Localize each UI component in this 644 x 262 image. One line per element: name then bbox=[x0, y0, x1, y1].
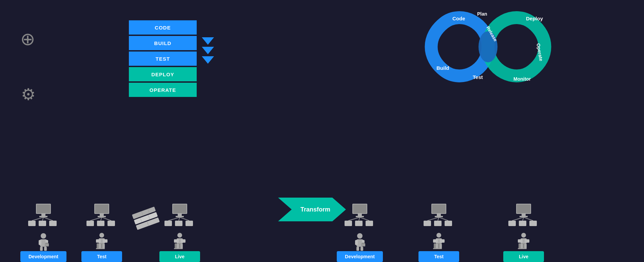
svg-rect-21 bbox=[39, 240, 41, 245]
svg-text:Deploy: Deploy bbox=[526, 16, 543, 21]
svg-rect-92 bbox=[435, 216, 443, 217]
svg-rect-58 bbox=[175, 221, 182, 226]
svg-rect-39 bbox=[96, 239, 101, 243]
network-icon-right-test bbox=[422, 202, 456, 233]
pipeline-item-operate: OPERATE bbox=[129, 83, 197, 97]
svg-rect-105 bbox=[436, 244, 438, 248]
svg-text:Test: Test bbox=[473, 74, 483, 80]
svg-rect-108 bbox=[517, 204, 530, 213]
transform-arrow: Transform bbox=[278, 198, 346, 221]
globe-icon: ⊕ bbox=[20, 29, 35, 49]
svg-rect-59 bbox=[186, 221, 193, 226]
pipeline-item-test: TEST bbox=[129, 52, 197, 66]
svg-rect-69 bbox=[177, 244, 179, 248]
svg-point-81 bbox=[357, 233, 363, 239]
transform-label: Transform bbox=[300, 206, 330, 213]
network-icon-left-test bbox=[85, 202, 119, 233]
svg-rect-13 bbox=[28, 221, 36, 226]
svg-rect-83 bbox=[355, 240, 358, 245]
env-group-left-dev: Development bbox=[20, 202, 66, 262]
svg-rect-93 bbox=[424, 221, 431, 226]
svg-rect-44 bbox=[102, 244, 105, 248]
pipeline-item-build: BUILD bbox=[129, 36, 197, 50]
svg-rect-66 bbox=[181, 239, 186, 243]
env-label-left-dev: Development bbox=[20, 251, 66, 262]
svg-rect-32 bbox=[97, 221, 104, 226]
svg-rect-65 bbox=[174, 239, 179, 243]
person-icon-left-live bbox=[171, 233, 188, 251]
svg-rect-11 bbox=[41, 214, 45, 216]
svg-rect-95 bbox=[445, 221, 452, 226]
pipeline-item-deploy: DEPLOY bbox=[129, 67, 197, 81]
env-group-right-test: Test bbox=[418, 202, 459, 262]
env-label-right-live: Live bbox=[503, 251, 544, 262]
svg-rect-70 bbox=[180, 244, 183, 248]
svg-rect-76 bbox=[355, 221, 363, 226]
svg-rect-75 bbox=[345, 221, 352, 226]
env-group-right-live: Live bbox=[503, 202, 544, 262]
svg-rect-113 bbox=[529, 221, 537, 226]
svg-rect-101 bbox=[433, 239, 438, 243]
devops-infinity-diagram: Code Plan Release Deploy Operate Monitor… bbox=[420, 3, 556, 91]
svg-rect-119 bbox=[518, 239, 523, 243]
svg-rect-25 bbox=[45, 243, 49, 246]
svg-point-37 bbox=[99, 233, 104, 238]
svg-rect-86 bbox=[360, 247, 363, 251]
env-group-left-test: Test bbox=[81, 202, 122, 262]
svg-line-60 bbox=[168, 217, 180, 221]
network-icon-left-dev bbox=[26, 202, 60, 233]
env-group-left-live: Live bbox=[159, 202, 200, 262]
person-icon-right-live bbox=[515, 233, 532, 251]
svg-rect-30 bbox=[98, 216, 106, 217]
svg-rect-109 bbox=[522, 214, 526, 216]
svg-rect-26 bbox=[45, 243, 48, 244]
svg-rect-91 bbox=[437, 214, 441, 216]
network-icon-right-dev bbox=[343, 202, 377, 233]
arrow-2 bbox=[202, 47, 214, 54]
gear-icon: ⚙ bbox=[21, 85, 36, 104]
svg-rect-77 bbox=[366, 221, 373, 226]
svg-line-18 bbox=[43, 217, 53, 221]
transform-chevron: Transform bbox=[278, 198, 346, 221]
svg-rect-10 bbox=[37, 204, 50, 213]
svg-rect-57 bbox=[164, 221, 172, 226]
svg-rect-87 bbox=[361, 243, 365, 246]
svg-rect-120 bbox=[525, 239, 529, 243]
svg-rect-55 bbox=[178, 214, 182, 216]
svg-rect-23 bbox=[40, 247, 43, 251]
svg-line-80 bbox=[360, 217, 369, 221]
svg-line-96 bbox=[427, 217, 439, 221]
svg-line-34 bbox=[90, 217, 102, 221]
svg-rect-106 bbox=[440, 244, 442, 248]
svg-point-117 bbox=[521, 233, 526, 238]
svg-rect-73 bbox=[358, 214, 362, 216]
svg-rect-110 bbox=[520, 216, 528, 217]
svg-rect-14 bbox=[39, 221, 46, 226]
svg-line-16 bbox=[32, 217, 43, 221]
svg-rect-40 bbox=[103, 239, 108, 243]
svg-text:Code: Code bbox=[452, 16, 465, 21]
svg-rect-33 bbox=[108, 221, 115, 226]
arrow-3 bbox=[202, 56, 214, 64]
svg-line-114 bbox=[512, 217, 524, 221]
svg-rect-29 bbox=[100, 214, 104, 216]
svg-rect-24 bbox=[44, 247, 47, 251]
person-icon-left-dev bbox=[37, 233, 50, 251]
network-icon-left-live bbox=[163, 202, 197, 233]
pipeline-section: CODE BUILD TEST DEPLOY OPERATE bbox=[129, 20, 197, 98]
svg-rect-12 bbox=[39, 216, 47, 217]
env-label-right-dev: Development bbox=[337, 251, 383, 262]
svg-rect-124 bbox=[524, 244, 527, 248]
svg-point-99 bbox=[436, 233, 441, 238]
svg-rect-90 bbox=[432, 204, 446, 213]
person-icon-right-test bbox=[430, 233, 447, 251]
svg-line-62 bbox=[180, 217, 189, 221]
env-label-left-test: Test bbox=[81, 251, 122, 262]
svg-point-63 bbox=[177, 233, 182, 238]
pipeline-item-code: CODE bbox=[129, 20, 197, 35]
svg-rect-54 bbox=[173, 204, 187, 213]
svg-point-19 bbox=[41, 233, 46, 239]
svg-rect-15 bbox=[49, 221, 57, 226]
env-label-right-test: Test bbox=[418, 251, 459, 262]
svg-rect-28 bbox=[95, 204, 109, 213]
